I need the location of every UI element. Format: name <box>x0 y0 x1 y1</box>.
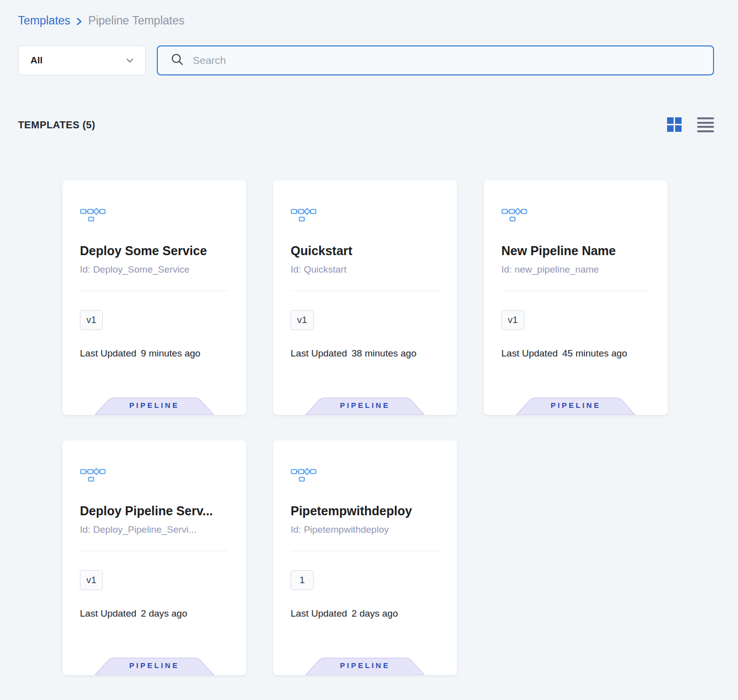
pipeline-type-badge: PIPELINE <box>516 396 636 415</box>
scope-dropdown-value: All <box>30 55 42 66</box>
pipeline-icon <box>291 206 317 222</box>
grid-view-icon[interactable] <box>667 117 682 132</box>
list-view-icon[interactable] <box>697 117 714 132</box>
last-updated: Last Updated 2 days ago <box>80 608 229 619</box>
template-card[interactable]: Deploy Pipeline Serv... Id: Deploy_Pipel… <box>62 440 246 675</box>
breadcrumb-templates-link[interactable]: Templates <box>18 14 70 27</box>
last-updated-label: Last Updated <box>291 348 347 359</box>
template-title: New Pipeline Name <box>501 244 650 258</box>
pipeline-icon <box>80 206 106 222</box>
template-card[interactable]: Deploy Some Service Id: Deploy_Some_Serv… <box>62 180 246 415</box>
last-updated-label: Last Updated <box>80 608 136 619</box>
pipeline-type-badge: PIPELINE <box>94 396 214 415</box>
version-badge: v1 <box>80 310 103 330</box>
template-card[interactable]: New Pipeline Name Id: new_pipeline_name … <box>484 180 668 415</box>
search-icon <box>171 53 184 68</box>
pipeline-icon <box>291 466 317 482</box>
last-updated-label: Last Updated <box>291 608 347 619</box>
section-header: TEMPLATES (5) <box>18 117 714 132</box>
last-updated: Last Updated 38 minutes ago <box>291 348 439 359</box>
template-title: Pipetempwithdeploy <box>291 504 439 518</box>
breadcrumb: Templates Pipeline Templates <box>0 0 738 27</box>
template-id: Id: new_pipeline_name <box>501 264 650 275</box>
pipeline-icon <box>501 206 527 222</box>
last-updated: Last Updated 45 minutes ago <box>501 348 650 359</box>
last-updated-value: 38 minutes ago <box>352 348 416 359</box>
template-card[interactable]: Pipetempwithdeploy Id: Pipetempwithdeplo… <box>273 440 457 675</box>
filter-bar: All <box>18 45 714 75</box>
search-input[interactable] <box>193 54 700 66</box>
template-title: Deploy Pipeline Serv... <box>80 504 229 518</box>
version-badge: v1 <box>501 310 524 330</box>
last-updated: Last Updated 2 days ago <box>291 608 439 619</box>
template-title: Deploy Some Service <box>80 244 229 258</box>
last-updated: Last Updated 9 minutes ago <box>80 348 229 359</box>
template-id: Id: Pipetempwithdeploy <box>291 524 439 535</box>
template-title: Quickstart <box>291 244 439 258</box>
template-id: Id: Deploy_Some_Service <box>80 264 229 275</box>
template-card[interactable]: Quickstart Id: Quickstart v1 Last Update… <box>273 180 457 415</box>
version-badge: v1 <box>291 310 314 330</box>
divider <box>80 551 229 551</box>
pipeline-type-label: PIPELINE <box>305 661 425 670</box>
version-badge: 1 <box>291 570 314 590</box>
chevron-down-icon <box>126 56 133 65</box>
view-toggles <box>667 117 714 132</box>
breadcrumb-current: Pipeline Templates <box>88 14 185 27</box>
divider <box>291 291 439 291</box>
search-box[interactable] <box>157 45 714 75</box>
pipeline-type-badge: PIPELINE <box>305 657 425 675</box>
template-id: Id: Deploy_Pipeline_Servi... <box>80 524 229 535</box>
scope-dropdown[interactable]: All <box>18 45 146 75</box>
template-id: Id: Quickstart <box>291 264 439 275</box>
last-updated-value: 9 minutes ago <box>141 348 200 359</box>
section-title: TEMPLATES (5) <box>18 119 95 131</box>
divider <box>291 551 439 551</box>
last-updated-value: 2 days ago <box>141 608 187 619</box>
divider <box>501 291 650 291</box>
pipeline-type-label: PIPELINE <box>305 401 425 409</box>
pipeline-type-label: PIPELINE <box>94 661 214 670</box>
divider <box>80 291 229 291</box>
pipeline-type-badge: PIPELINE <box>305 396 425 415</box>
last-updated-label: Last Updated <box>80 348 136 359</box>
last-updated-value: 45 minutes ago <box>562 348 627 359</box>
pipeline-icon <box>80 466 106 482</box>
templates-grid: Deploy Some Service Id: Deploy_Some_Serv… <box>62 180 738 675</box>
pipeline-type-badge: PIPELINE <box>94 657 214 675</box>
chevron-right-icon <box>76 17 82 26</box>
last-updated-label: Last Updated <box>501 348 558 359</box>
pipeline-type-label: PIPELINE <box>94 401 214 409</box>
last-updated-value: 2 days ago <box>352 608 398 619</box>
pipeline-type-label: PIPELINE <box>516 401 636 409</box>
version-badge: v1 <box>80 570 103 590</box>
